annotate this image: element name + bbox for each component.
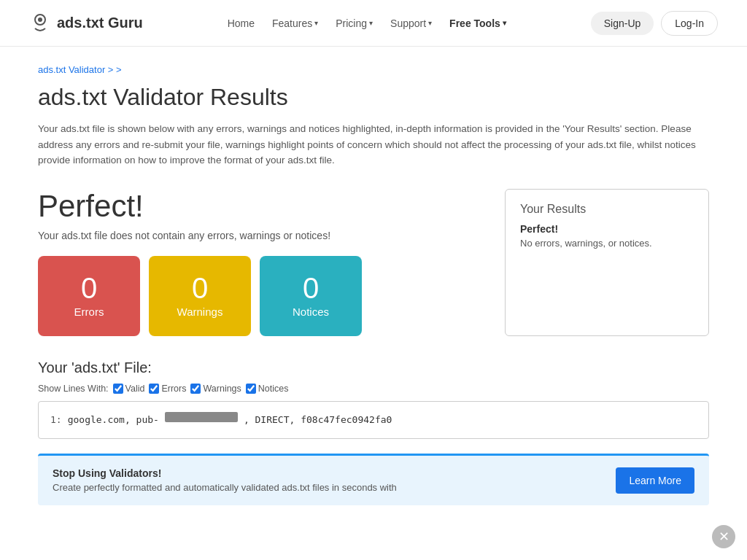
logo-icon <box>29 12 51 34</box>
code-line-1: 1: google.com, pub- , DIRECT, f08c47fec0… <box>50 412 697 428</box>
checkbox-notices[interactable]: Notices <box>246 384 289 394</box>
stop-banner: Stop Using Validators! Create perfectly … <box>38 454 709 505</box>
notices-box: 0 Notices <box>260 256 362 336</box>
warnings-count: 0 <box>192 273 208 303</box>
stop-banner-text: Stop Using Validators! Create perfectly … <box>53 467 397 493</box>
warnings-box: 0 Warnings <box>149 256 251 336</box>
code-box: 1: google.com, pub- , DIRECT, f08c47fec0… <box>38 401 709 439</box>
breadcrumb: ads.txt Validator > > <box>38 64 709 75</box>
notices-count: 0 <box>303 273 319 303</box>
results-panel-detail: No errors, warnings, or notices. <box>520 238 694 249</box>
perfect-heading: Perfect! <box>38 189 487 224</box>
show-lines-row: Show Lines With: Valid Errors Warnings N… <box>38 384 709 394</box>
errors-box: 0 Errors <box>38 256 140 336</box>
perfect-subtext: Your ads.txt file does not contain any e… <box>38 230 487 241</box>
errors-count: 0 <box>81 273 97 303</box>
file-section-title: Your 'ads.txt' File: <box>38 359 709 376</box>
nav-home[interactable]: Home <box>228 18 255 29</box>
checkbox-errors[interactable]: Errors <box>149 384 186 394</box>
nav-links: Home Features ▾ Pricing ▾ Support ▾ Free… <box>228 18 506 29</box>
support-caret-icon: ▾ <box>428 19 432 27</box>
breadcrumb-link[interactable]: ads.txt Validator > > <box>38 64 122 75</box>
login-button[interactable]: Log-In <box>661 11 718 36</box>
code-content-before: google.com, pub- <box>68 412 159 428</box>
results-panel-perfect: Perfect! <box>520 223 694 235</box>
nav-actions: Sign-Up Log-In <box>591 11 718 36</box>
nav-pricing[interactable]: Pricing ▾ <box>336 18 373 29</box>
logo[interactable]: ads.txt Guru <box>29 12 143 34</box>
result-left: Perfect! Your ads.txt file does not cont… <box>38 189 487 336</box>
stat-boxes: 0 Errors 0 Warnings 0 Notices <box>38 256 487 336</box>
page-description: Your ads.txt file is shown below with an… <box>38 121 709 168</box>
svg-point-1 <box>38 18 42 22</box>
show-lines-label: Show Lines With: <box>38 384 109 394</box>
logo-text: ads.txt Guru <box>57 15 143 31</box>
redacted-text <box>165 412 238 422</box>
result-area: Perfect! Your ads.txt file does not cont… <box>38 189 709 336</box>
stop-banner-title: Stop Using Validators! <box>53 467 397 479</box>
file-section: Your 'ads.txt' File: Show Lines With: Va… <box>38 359 709 439</box>
navbar: ads.txt Guru Home Features ▾ Pricing ▾ S… <box>0 0 747 47</box>
results-panel: Your Results Perfect! No errors, warning… <box>505 189 709 336</box>
learn-more-button[interactable]: Learn More <box>616 467 694 494</box>
features-caret-icon: ▾ <box>314 19 318 27</box>
stop-banner-description: Create perfectly formatted and automatic… <box>53 482 397 493</box>
main-content: ads.txt Validator > > ads.txt Validator … <box>9 47 738 523</box>
page-title: ads.txt Validator Results <box>38 84 709 111</box>
free-tools-caret-icon: ▾ <box>503 19 506 27</box>
signup-button[interactable]: Sign-Up <box>591 12 654 35</box>
nav-support[interactable]: Support ▾ <box>390 18 432 29</box>
warnings-label: Warnings <box>177 306 223 318</box>
results-panel-heading: Your Results <box>520 203 694 216</box>
line-number: 1: <box>50 412 62 428</box>
nav-free-tools[interactable]: Free Tools ▾ <box>449 18 506 29</box>
checkbox-valid[interactable]: Valid <box>113 384 145 394</box>
errors-label: Errors <box>74 306 104 318</box>
pricing-caret-icon: ▾ <box>369 19 373 27</box>
checkbox-warnings[interactable]: Warnings <box>190 384 241 394</box>
code-content-after: , DIRECT, f08c47fec0942fa0 <box>244 412 392 428</box>
notices-label: Notices <box>293 306 329 318</box>
nav-features[interactable]: Features ▾ <box>272 18 318 29</box>
